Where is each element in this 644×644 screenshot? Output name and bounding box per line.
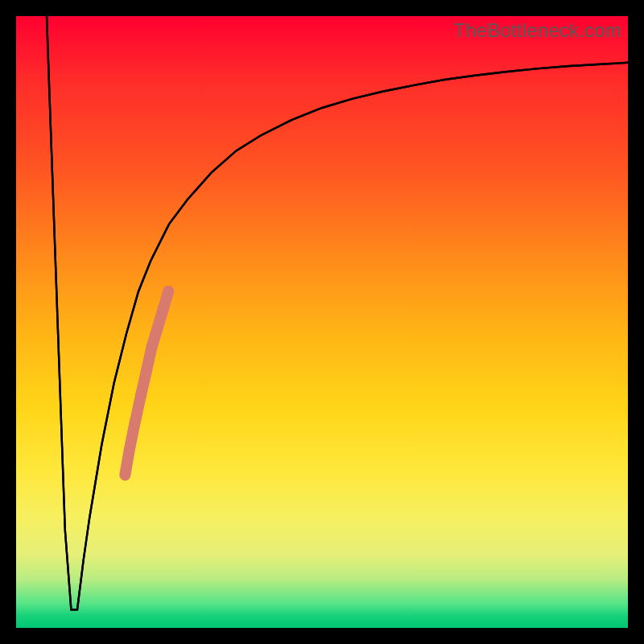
- highlight-group: [121, 286, 174, 479]
- plot-area: TheBottleneck.com: [16, 16, 628, 628]
- highlight-dot: [157, 304, 168, 316]
- highlight-dot: [135, 390, 147, 401]
- highlight-dot: [141, 365, 152, 377]
- curve-svg: [16, 16, 628, 628]
- highlight-dot: [147, 341, 158, 352]
- curve-path-overlay: [47, 16, 628, 609]
- highlight-dot: [130, 422, 138, 430]
- highlight-dot: [152, 323, 163, 334]
- highlight-dot: [126, 447, 134, 455]
- highlight-dot: [163, 286, 174, 297]
- curve-path: [47, 16, 628, 609]
- chart-frame: TheBottleneck.com: [0, 0, 644, 644]
- highlight-dot: [121, 471, 129, 479]
